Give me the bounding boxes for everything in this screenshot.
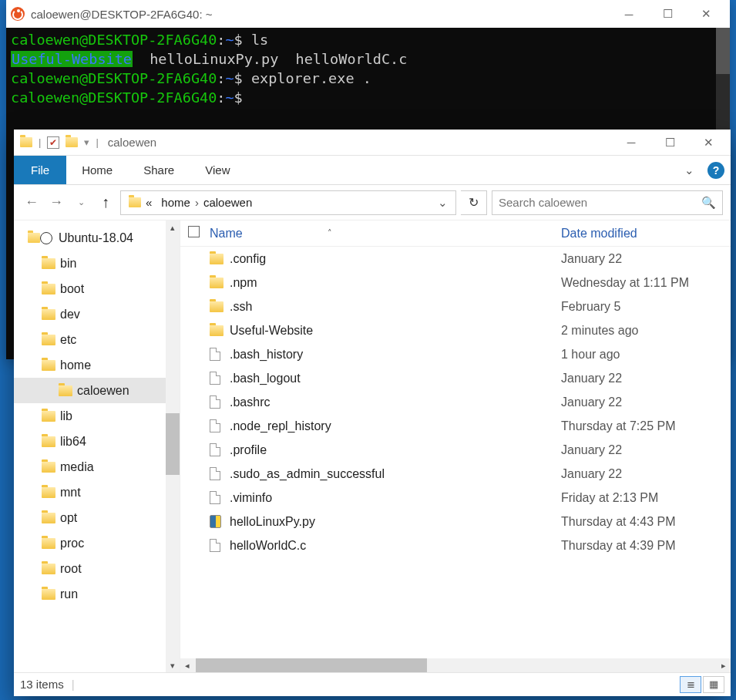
search-icon[interactable]: 🔍 <box>701 196 716 210</box>
ribbon-tab-file[interactable]: File <box>14 156 66 184</box>
tree-item-root[interactable]: Ubuntu-18.04 <box>14 225 180 251</box>
terminal-line: caloewen@DESKTOP-2FA6G40:~$ <box>11 89 725 108</box>
file-name: .config <box>230 252 561 266</box>
file-row[interactable]: .viminfoFriday at 2:13 PM <box>180 486 731 510</box>
help-icon[interactable]: ? <box>707 162 724 179</box>
tree-item-label: boot <box>60 282 84 296</box>
file-row[interactable]: .bashrcJanuary 22 <box>180 390 731 414</box>
folder-icon <box>42 284 55 294</box>
file-name: helloWorldC.c <box>230 539 561 553</box>
folder-icon <box>42 258 55 269</box>
file-icon <box>210 372 220 385</box>
tree-item[interactable]: caloewen <box>14 378 180 403</box>
refresh-button[interactable]: ↻ <box>461 190 487 215</box>
tree-item[interactable]: bin <box>14 251 180 276</box>
nav-tree[interactable]: ▴▾ Ubuntu-18.04 binbootdevetchomecaloewe… <box>14 220 180 672</box>
python-file-icon <box>210 515 221 528</box>
tree-item-label: bin <box>60 257 76 271</box>
file-row[interactable]: .sshFebruary 5 <box>180 294 731 318</box>
tree-item-label: root <box>60 562 82 576</box>
ribbon-tab-home[interactable]: Home <box>66 156 128 184</box>
ribbon-tab-share[interactable]: Share <box>128 156 190 184</box>
explorer-content: ▴▾ Ubuntu-18.04 binbootdevetchomecaloewe… <box>14 220 731 672</box>
file-row[interactable]: Useful-Website2 minutes ago <box>180 318 731 342</box>
tree-item[interactable]: home <box>14 352 180 378</box>
file-row[interactable]: .sudo_as_admin_successfulJanuary 22 <box>180 462 731 486</box>
file-list-header[interactable]: Name ˄ Date modified <box>180 220 731 247</box>
nav-back-button[interactable]: ← <box>22 192 42 214</box>
folder-icon <box>42 564 55 574</box>
tree-item[interactable]: run <box>14 581 180 607</box>
maximize-button[interactable]: ☐ <box>650 130 689 155</box>
properties-icon[interactable]: ✔ <box>47 136 59 149</box>
col-header-date[interactable]: Date modified <box>561 227 731 241</box>
tree-item[interactable]: lib64 <box>14 429 180 454</box>
ribbon-tab-view[interactable]: View <box>190 156 245 184</box>
prompt-user: caloewen@DESKTOP-2FA6G40 <box>11 32 217 48</box>
tree-item-label: media <box>60 460 94 474</box>
linux-distro-icon <box>28 232 54 244</box>
file-row[interactable]: .configJanuary 22 <box>180 247 731 271</box>
breadcrumb-seg[interactable]: home <box>161 196 190 209</box>
file-row[interactable]: .node_repl_historyThursday at 7:25 PM <box>180 414 731 438</box>
nav-forward-button[interactable]: → <box>46 192 66 214</box>
file-list[interactable]: Name ˄ Date modified .configJanuary 22.n… <box>180 220 731 672</box>
tree-item[interactable]: proc <box>14 530 180 556</box>
view-details-button[interactable]: ≣ <box>680 676 701 693</box>
folder-icon <box>210 325 223 336</box>
breadcrumb-overflow[interactable]: « <box>146 196 152 209</box>
tree-item[interactable]: lib <box>14 403 180 429</box>
breadcrumb-dropdown-icon[interactable]: ⌄ <box>433 196 452 210</box>
terminal-titlebar[interactable]: caloewen@DESKTOP-2FA6G40: ~ ─ ☐ ✕ <box>6 0 730 28</box>
tree-scrollbar[interactable]: ▴▾ <box>166 220 180 672</box>
close-button[interactable]: ✕ <box>689 130 728 155</box>
file-list-hscrollbar[interactable]: ◂▸ <box>180 658 731 672</box>
file-icon <box>210 443 220 456</box>
terminal-line: caloewen@DESKTOP-2FA6G40:~$ ls <box>11 31 725 50</box>
file-row[interactable]: .bash_logoutJanuary 22 <box>180 366 731 390</box>
folder-icon <box>42 538 55 549</box>
explorer-titlebar[interactable]: | ✔ ▾ | caloewen ─ ☐ ✕ <box>14 130 731 156</box>
tree-item-label: home <box>60 358 91 372</box>
minimize-button[interactable]: ─ <box>612 130 650 155</box>
folder-icon <box>42 513 55 523</box>
file-row[interactable]: helloLinuxPy.pyThursday at 4:43 PM <box>180 510 731 533</box>
ribbon-collapse-icon[interactable]: ⌄ <box>677 156 701 184</box>
file-name: .sudo_as_admin_successful <box>230 467 561 481</box>
col-header-name[interactable]: Name <box>210 227 243 241</box>
nav-recent-button[interactable]: ⌄ <box>71 192 91 214</box>
file-date: 1 hour ago <box>561 348 731 362</box>
status-item-count: 13 items <box>20 678 64 691</box>
search-box[interactable]: 🔍 <box>492 190 723 215</box>
tree-item[interactable]: etc <box>14 327 180 352</box>
view-thumbnails-button[interactable]: ▦ <box>703 676 724 693</box>
folder-icon <box>210 278 223 288</box>
search-input[interactable] <box>499 196 697 209</box>
minimize-button[interactable]: ─ <box>610 2 648 26</box>
file-row[interactable]: .npmWednesday at 1:11 PM <box>180 271 731 294</box>
maximize-button[interactable]: ☐ <box>648 2 687 26</box>
file-icon <box>210 539 220 552</box>
quick-access-toolbar: | ✔ ▾ | caloewen <box>20 136 156 149</box>
file-row[interactable]: .profileJanuary 22 <box>180 438 731 462</box>
folder-icon <box>210 301 223 312</box>
terminal-window-controls: ─ ☐ ✕ <box>610 2 725 26</box>
file-row[interactable]: .bash_history1 hour ago <box>180 342 731 366</box>
file-name: .bash_history <box>230 348 561 362</box>
nav-up-button[interactable]: ↑ <box>96 192 116 214</box>
tree-item[interactable]: root <box>14 556 180 581</box>
tree-item[interactable]: mnt <box>14 480 180 505</box>
tree-item[interactable]: boot <box>14 276 180 301</box>
file-name: .profile <box>230 443 561 457</box>
terminal-command: ls <box>251 32 268 48</box>
breadcrumb[interactable]: « home › caloewen ⌄ <box>120 190 456 215</box>
close-button[interactable]: ✕ <box>687 2 725 26</box>
breadcrumb-seg[interactable]: caloewen <box>203 196 252 209</box>
file-row[interactable]: helloWorldC.cThursday at 4:39 PM <box>180 533 731 557</box>
select-all-checkbox[interactable] <box>188 226 210 241</box>
folder-icon <box>129 197 141 207</box>
tree-item[interactable]: media <box>14 454 180 480</box>
tree-item[interactable]: opt <box>14 505 180 530</box>
tree-item[interactable]: dev <box>14 301 180 327</box>
file-date: Thursday at 4:43 PM <box>561 515 731 529</box>
